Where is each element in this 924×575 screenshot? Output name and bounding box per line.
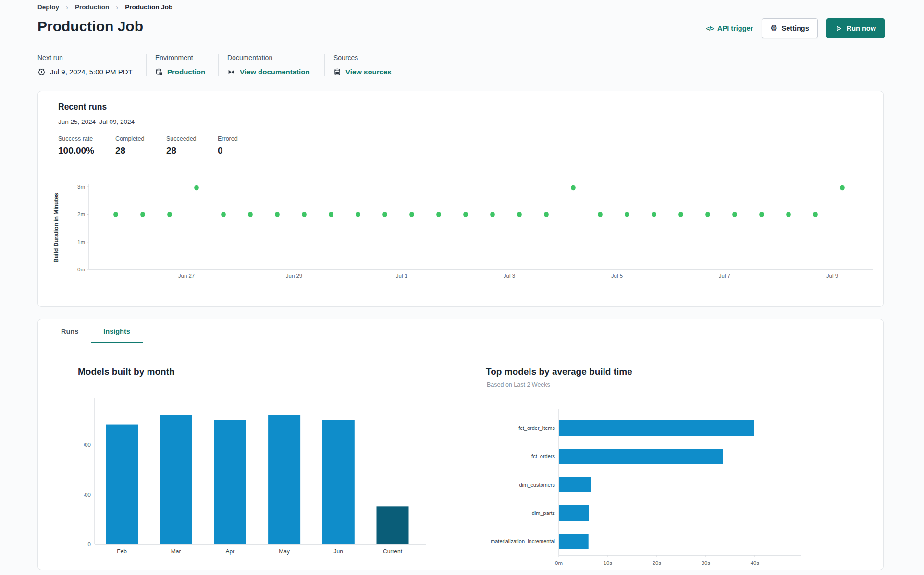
tab-bar: Runs Insights [38,319,883,343]
top-models-subtitle: Based on Last 2 Weeks [487,381,550,388]
next-run-value: Jul 9, 2024, 5:00 PM PDT [50,68,133,76]
svg-text:1000: 1000 [84,442,91,448]
svg-text:Jul 3: Jul 3 [504,273,515,279]
svg-text:May: May [279,548,290,555]
breadcrumb: Deploy › Production › Production Job [37,3,172,11]
svg-text:Jul 7: Jul 7 [719,273,730,279]
top-models-title: Top models by average build time [486,367,632,377]
recent-runs-date-range: Jun 25, 2024–Jul 09, 2024 [58,118,135,125]
svg-text:10s: 10s [604,560,613,566]
svg-text:Mar: Mar [171,548,181,555]
svg-text:1m: 1m [77,239,85,245]
svg-text:Apr: Apr [226,548,235,555]
svg-text:materialization_incremental: materialization_incremental [491,538,555,544]
svg-text:Jul 1: Jul 1 [396,273,407,279]
svg-text:dim_customers: dim_customers [519,482,555,488]
settings-label: Settings [782,24,809,32]
build-duration-scatter-chart: 0m1m2m3mBuild Duration in MinutesJun 27J… [44,171,875,291]
models-by-month-title: Models built by month [78,367,175,377]
run-now-button[interactable]: Run now [826,18,885,38]
svg-text:Jul 5: Jul 5 [611,273,623,279]
svg-text:30s: 30s [702,560,711,566]
runs-insights-card: Runs Insights Models built by month 0500… [37,319,884,570]
svg-text:0m: 0m [77,267,85,272]
svg-text:fct_order_items: fct_order_items [518,425,555,431]
environment-label: Environment [155,54,206,61]
meta-environment: Environment Production [155,54,219,76]
chevron-right-icon: › [116,3,118,11]
view-documentation-link[interactable]: View documentation [240,68,310,76]
breadcrumb-production-job: Production Job [125,3,172,11]
alarm-clock-icon [37,68,46,76]
job-meta-row: Next run Jul 9, 2024, 5:00 PM PDT Enviro… [37,54,413,76]
gear-icon: ⚙ [770,24,777,32]
tab-insights[interactable]: Insights [91,319,143,343]
svg-text:fct_orders: fct_orders [531,453,555,459]
api-trigger-label: API trigger [717,24,753,32]
environment-database-icon [155,68,163,76]
meta-next-run: Next run Jul 9, 2024, 5:00 PM PDT [37,54,147,76]
svg-text:dim_parts: dim_parts [532,510,555,516]
models-by-month-bar-chart: 05001000FebMarAprMayJunCurrent [84,394,434,560]
page-title: Production Job [37,18,143,35]
stat-success-rate: Success rate 100.00% [58,135,94,156]
chevron-right-icon: › [66,3,68,11]
code-icon: </> [706,25,714,32]
meta-sources: Sources View sources [333,54,404,76]
svg-text:Current: Current [383,548,403,555]
svg-text:0m: 0m [555,560,563,566]
svg-text:Jul 9: Jul 9 [826,273,838,279]
stat-succeeded: Succeeded 28 [166,135,197,156]
top-models-hbar-chart: 0m10s20s30s40sfct_order_itemsfct_ordersd… [486,406,880,572]
play-icon [835,25,842,32]
tab-runs[interactable]: Runs [49,319,91,343]
svg-text:Jun 29: Jun 29 [286,273,303,279]
settings-button[interactable]: ⚙ Settings [762,18,818,38]
next-run-label: Next run [37,54,134,61]
stat-completed: Completed 28 [115,135,144,156]
svg-text:Jun 27: Jun 27 [178,273,195,279]
svg-text:Build Duration in Minutes: Build Duration in Minutes [53,193,60,263]
svg-text:2m: 2m [77,211,85,217]
environment-link[interactable]: Production [167,68,205,76]
documentation-label: Documentation [227,54,312,61]
recent-runs-card: Recent runs Jun 25, 2024–Jul 09, 2024 Su… [37,91,884,307]
svg-text:Feb: Feb [117,548,127,555]
sources-label: Sources [333,54,392,61]
breadcrumb-production[interactable]: Production [75,3,109,11]
svg-text:3m: 3m [77,184,85,190]
view-sources-link[interactable]: View sources [345,68,392,76]
run-now-label: Run now [847,24,876,32]
recent-runs-title: Recent runs [58,102,107,112]
svg-text:500: 500 [84,492,91,498]
svg-text:20s: 20s [653,560,662,566]
meta-documentation: Documentation View documentation [227,54,325,76]
sources-database-icon [333,68,341,76]
svg-text:Jun: Jun [334,548,343,555]
svg-text:0: 0 [88,541,91,547]
production-job-page: Deploy › Production › Production Job Pro… [0,0,924,575]
breadcrumb-deploy[interactable]: Deploy [37,3,59,11]
docs-bowtie-icon [227,68,235,76]
svg-text:40s: 40s [751,560,760,566]
header-actions: </> API trigger ⚙ Settings Run now [706,18,885,39]
api-trigger-link[interactable]: </> API trigger [706,24,753,32]
stat-errored: Errored 0 [218,135,238,156]
